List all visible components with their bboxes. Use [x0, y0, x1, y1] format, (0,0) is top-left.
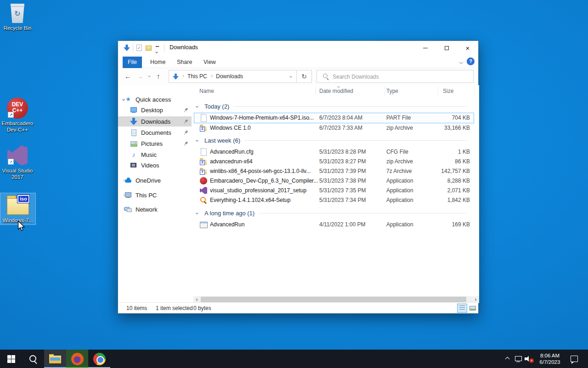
tab-share[interactable]: Share: [172, 57, 197, 68]
recent-locations-icon[interactable]: [148, 75, 151, 77]
appwindow-icon: [200, 221, 207, 228]
sidebar-item-this-pc[interactable]: This PC: [118, 190, 192, 200]
vs-installer-icon: [200, 187, 207, 194]
properties-icon[interactable]: ✓: [136, 45, 142, 51]
up-button[interactable]: ↑: [157, 72, 160, 80]
file-size: 1,842 KB: [447, 197, 470, 203]
sidebar-item-network[interactable]: Network: [118, 204, 192, 214]
pin-icon: [182, 107, 189, 114]
pin-icon: [182, 140, 189, 147]
title-bar: ✓ Downloads ×: [118, 41, 478, 55]
start-button[interactable]: [0, 350, 22, 368]
downloads-arrow-icon: [124, 45, 130, 51]
ribbon-expand-icon[interactable]: [459, 60, 463, 64]
sidebar-item-documents[interactable]: Documents: [118, 127, 192, 138]
refresh-button[interactable]: ↻: [297, 70, 312, 83]
pictures-icon: [130, 140, 137, 147]
ribbon-tabs: File Home Share View ?: [118, 55, 478, 68]
file-name: visual_studio_professional_2017_setup: [210, 187, 306, 194]
tab-home[interactable]: Home: [146, 57, 170, 68]
tab-file[interactable]: File: [123, 57, 142, 68]
column-header-type[interactable]: Type: [386, 88, 398, 94]
sidebar-item-onedrive[interactable]: OneDrive: [118, 175, 192, 185]
chevron-down-icon: [196, 139, 198, 142]
desktop-icon-devcpp[interactable]: DEV C++ ↗ Embarcadero Dev-C++: [0, 98, 35, 133]
minimize-button[interactable]: [415, 41, 436, 55]
file-size: 33,166 KB: [444, 125, 470, 131]
file-row[interactable]: Windows-7-Home-Premium-x64-SP1.iso... 6/…: [194, 113, 474, 123]
file-row[interactable]: AdvancedRun 4/11/2022 1:00 PM Applicatio…: [194, 220, 474, 230]
group-header-long-ago[interactable]: A long time ago (1): [194, 208, 474, 218]
sidebar-item-videos[interactable]: Videos: [118, 160, 192, 170]
sidebar-item-quick-access[interactable]: Quick access: [118, 94, 192, 104]
tray-show-hidden-icons[interactable]: [502, 350, 513, 368]
devcpp-icon: [200, 177, 207, 184]
thumbnail-view-icon: [469, 306, 476, 310]
back-button[interactable]: ←: [124, 72, 131, 80]
breadcrumb-downloads[interactable]: Downloads: [216, 73, 243, 80]
file-type: Application: [386, 187, 413, 194]
file-row[interactable]: AdvancedRun.cfg 5/31/2023 8:28 PM CFG Fi…: [194, 147, 474, 157]
everything-icon: [200, 196, 207, 204]
qat-dropdown-icon[interactable]: [156, 46, 159, 54]
sidebar-item-music[interactable]: Music: [118, 150, 192, 160]
thumbnail-view-button[interactable]: [468, 304, 477, 312]
column-header-date[interactable]: Date modified: [319, 88, 353, 94]
sidebar-item-desktop[interactable]: Desktop: [118, 105, 192, 115]
column-header-name[interactable]: Name: [199, 88, 214, 94]
new-folder-icon[interactable]: [146, 46, 152, 51]
file-row[interactable]: visual_studio_professional_2017_setup 5/…: [194, 186, 474, 196]
file-date: 4/11/2022 1:00 PM: [319, 221, 366, 228]
search-icon: [322, 73, 329, 80]
sidebar-item-downloads[interactable]: Downloads: [118, 116, 192, 126]
group-header-last-week[interactable]: Last week (6): [194, 135, 474, 145]
taskbar-file-explorer[interactable]: [44, 350, 66, 368]
file-size: 2,071 KB: [447, 187, 470, 194]
tray-volume-button[interactable]: ×: [524, 350, 535, 368]
status-bar: 10 items 1 item selected 0 bytes: [118, 302, 478, 313]
tray-network-button[interactable]: [513, 350, 524, 368]
file-date: 6/7/2023 7:33 AM: [319, 125, 362, 131]
desktop-icon-windows7-iso[interactable]: iso Windows-7...: [0, 193, 35, 224]
address-dropdown-icon[interactable]: [289, 75, 292, 78]
action-center-button[interactable]: [567, 350, 582, 368]
forward-button[interactable]: →: [136, 72, 143, 80]
close-button[interactable]: ×: [457, 41, 478, 55]
address-box[interactable]: This PC Downloads: [169, 70, 297, 83]
file-row[interactable]: advancedrun-x64 5/31/2023 8:27 PM zip Ar…: [194, 157, 474, 167]
file-row[interactable]: Embarcadero_Dev-Cpp_6.3_No_Compiler... 5…: [194, 176, 474, 186]
sidebar-item-pictures[interactable]: Pictures: [118, 138, 192, 149]
file-date: 5/31/2023 7:38 PM: [319, 178, 366, 184]
search-input[interactable]: Search Downloads: [317, 70, 474, 83]
desktop-icon-label: Visual Studio 2017: [0, 167, 35, 180]
file-row[interactable]: winlibs-x86_64-posix-seh-gcc-13.1.0-llv.…: [194, 167, 474, 176]
details-view-button[interactable]: [458, 304, 467, 312]
file-name: Windows-7-Home-Premium-x64-SP1.iso...: [210, 115, 314, 121]
iso-badge: iso: [17, 195, 30, 203]
desktop-icon-visual-studio[interactable]: ↗ Visual Studio 2017: [0, 145, 35, 180]
desktop-icon-recycle-bin[interactable]: Recycle Bin: [0, 4, 35, 31]
file-row[interactable]: Windows CE 1.0 6/7/2023 7:33 AM zip Arch…: [194, 123, 474, 133]
file-list: Name Date modified Type Size Today (2) W…: [193, 85, 479, 296]
maximize-button[interactable]: [436, 41, 457, 55]
file-name: Everything-1.4.1.1024.x64-Setup: [210, 197, 290, 203]
column-header-size[interactable]: Size: [443, 88, 453, 94]
group-header-today[interactable]: Today (2): [194, 101, 474, 111]
address-bar: ← → ↑ This PC Downloads ↻ Search Downloa…: [118, 68, 478, 85]
details-view-icon: [459, 305, 465, 311]
tray-clock[interactable]: 8:06 AM 6/7/2023: [536, 350, 564, 368]
windows-logo-icon: [7, 355, 15, 363]
file-row[interactable]: Everything-1.4.1.1024.x64-Setup 5/31/202…: [194, 196, 474, 205]
onedrive-cloud-icon: [124, 177, 132, 184]
network-icon: [124, 206, 132, 213]
file-type: zip Archive: [386, 125, 413, 131]
doc-file-icon: [200, 148, 207, 155]
help-icon[interactable]: ?: [467, 58, 475, 65]
network-status-icon: [514, 356, 522, 362]
breadcrumb-this-pc[interactable]: This PC: [187, 73, 207, 80]
taskbar-search-button[interactable]: [22, 350, 44, 368]
taskbar-firefox[interactable]: [66, 350, 88, 368]
file-name: winlibs-x86_64-posix-seh-gcc-13.1.0-llv.…: [210, 168, 311, 174]
tab-view[interactable]: View: [199, 57, 220, 68]
taskbar-chrome[interactable]: [88, 350, 110, 368]
